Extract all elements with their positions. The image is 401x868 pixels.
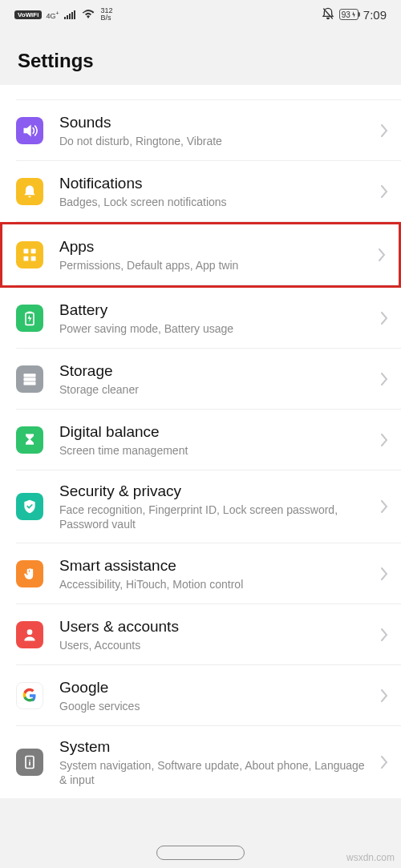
list-item-apps[interactable]: AppsPermissions, Default apps, App twin: [0, 222, 401, 288]
user-icon: [16, 621, 43, 648]
status-bar: VoWiFi 4G+ 312 B/s 93 7:09: [0, 0, 401, 26]
list-item-system[interactable]: SystemSystem navigation, Software update…: [0, 726, 401, 798]
chevron-right-icon: [380, 689, 388, 702]
item-subtitle: Power saving mode, Battery usage: [59, 321, 374, 336]
info-icon: [16, 749, 43, 776]
page-title: Settings: [0, 26, 401, 85]
item-subtitle: Screen time management: [59, 443, 374, 458]
item-title: Digital balance: [59, 422, 374, 442]
chevron-right-icon: [380, 434, 388, 446]
item-subtitle: Badges, Lock screen notifications: [59, 195, 374, 209]
item-title: Sounds: [59, 113, 374, 132]
wifi-icon: [82, 9, 95, 21]
item-title: Users & accounts: [59, 617, 374, 636]
item-title: Google: [59, 678, 374, 697]
hand-icon: [16, 560, 43, 587]
item-title: Apps: [59, 237, 371, 256]
chevron-right-icon: [380, 628, 388, 641]
item-subtitle: Users, Accounts: [59, 638, 374, 652]
vowifi-indicator: VoWiFi: [14, 10, 42, 19]
chevron-right-icon: [378, 248, 386, 261]
status-left: VoWiFi 4G+ 312 B/s: [14, 7, 113, 22]
list-item-battery[interactable]: BatteryPower saving mode, Battery usage: [0, 288, 401, 349]
item-subtitle: Face recognition, Fingerprint ID, Lock s…: [59, 503, 374, 531]
item-title: Battery: [59, 301, 374, 320]
item-title: System: [59, 737, 374, 757]
chevron-right-icon: [380, 312, 388, 325]
item-subtitle: Accessibility, HiTouch, Motion control: [59, 577, 374, 591]
network-speed: 312 B/s: [101, 7, 113, 22]
item-title: Smart assistance: [59, 556, 374, 575]
chevron-right-icon: [380, 124, 388, 137]
list-item-partial: [0, 85, 401, 100]
network-gen: 4G+: [46, 10, 59, 20]
item-title: Security & privacy: [59, 482, 374, 501]
item-subtitle: Permissions, Default apps, App twin: [59, 258, 371, 273]
list-item-smart_assist[interactable]: Smart assistanceAccessibility, HiTouch, …: [0, 543, 401, 604]
grid-icon: [16, 241, 43, 268]
watermark: wsxdn.com: [346, 852, 395, 863]
status-right: 93 7:09: [322, 7, 387, 22]
item-title: Storage: [59, 361, 374, 381]
settings-list: SoundsDo not disturb, Ringtone, VibrateN…: [0, 85, 401, 798]
battery-icon: [16, 305, 43, 332]
item-subtitle: Do not disturb, Ringtone, Vibrate: [59, 134, 374, 148]
home-indicator[interactable]: [156, 846, 245, 860]
list-item-security[interactable]: Security & privacyFace recognition, Fing…: [0, 470, 401, 543]
chevron-right-icon: [380, 756, 388, 769]
google-icon: [16, 682, 43, 709]
item-subtitle: System navigation, Software update, Abou…: [59, 758, 374, 787]
chevron-right-icon: [380, 500, 388, 513]
list-item-sounds[interactable]: SoundsDo not disturb, Ringtone, Vibrate: [0, 100, 401, 161]
storage-icon: [16, 365, 43, 393]
shield-icon: [16, 493, 43, 520]
list-item-digital_balance[interactable]: Digital balanceScreen time management: [0, 410, 401, 470]
sound-icon: [16, 117, 43, 144]
chevron-right-icon: [380, 185, 388, 198]
list-item-users[interactable]: Users & accountsUsers, Accounts: [0, 604, 401, 665]
item-title: Notifications: [59, 174, 374, 193]
cellular-signal-icon: [64, 10, 75, 19]
list-item-storage[interactable]: StorageStorage cleaner: [0, 349, 401, 410]
item-subtitle: Google services: [59, 699, 374, 713]
item-subtitle: Storage cleaner: [59, 382, 374, 397]
bell-icon: [16, 178, 43, 205]
hourglass-icon: [16, 426, 43, 454]
clock: 7:09: [363, 8, 387, 22]
list-item-google[interactable]: GoogleGoogle services: [0, 665, 401, 726]
chevron-right-icon: [380, 373, 388, 386]
dnd-icon: [322, 7, 334, 22]
battery-indicator: 93: [339, 9, 358, 20]
chevron-right-icon: [380, 567, 388, 580]
list-item-notifications[interactable]: NotificationsBadges, Lock screen notific…: [0, 161, 401, 222]
